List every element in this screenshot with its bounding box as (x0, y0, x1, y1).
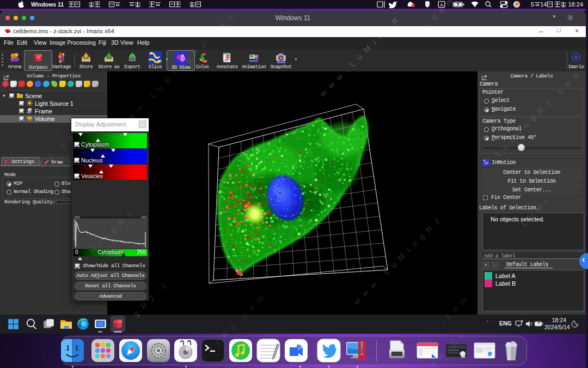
svg-text:A: A (440, 2, 443, 8)
